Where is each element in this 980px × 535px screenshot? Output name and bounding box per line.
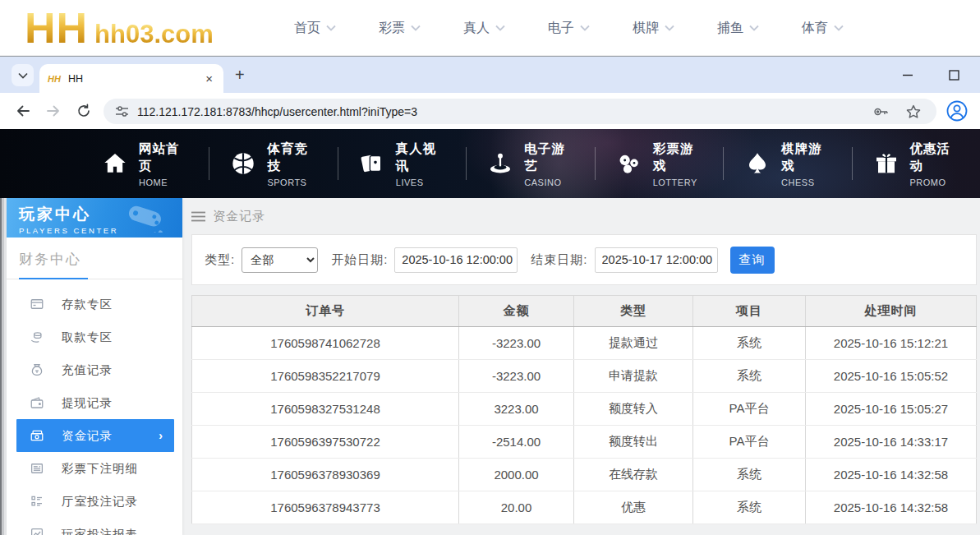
checklist-icon <box>30 494 44 509</box>
sidebar-item-lottery-bet-details[interactable]: 彩票下注明细 <box>7 452 182 485</box>
top-nav-sports[interactable]: 体育 <box>802 20 886 37</box>
site-header: HH hh03.com 首页 彩票 真人 电子 棋牌 捕鱼 体育 <box>0 0 980 56</box>
cell-project: 系统 <box>693 491 806 524</box>
end-date-input[interactable] <box>595 247 718 273</box>
top-nav-slots[interactable]: 电子 <box>548 20 633 37</box>
reload-button[interactable] <box>75 102 93 120</box>
cell-amount: -3223.00 <box>459 327 574 360</box>
col-amount: 金额 <box>459 296 574 327</box>
top-nav-label: 真人 <box>463 20 490 37</box>
col-order-number: 订单号 <box>192 296 459 327</box>
maximize-button[interactable] <box>942 63 965 86</box>
report-chart-icon <box>30 527 44 535</box>
sidebar-item-funds-records[interactable]: 资金记录 › <box>16 419 174 452</box>
game-nav-en: LOTTERY <box>653 178 702 187</box>
game-nav-en: HOME <box>139 178 187 187</box>
top-nav-live[interactable]: 真人 <box>463 20 548 37</box>
top-nav-label: 棋牌 <box>633 20 659 37</box>
game-nav: 网站首页HOME 体育竞技SPORTS 真人视讯LIVES 电子游艺CASINO… <box>0 129 980 198</box>
minimize-button[interactable] <box>896 63 919 86</box>
chevron-down-icon <box>18 72 28 79</box>
start-date-input[interactable] <box>394 247 518 273</box>
url-bar-actions <box>872 104 922 120</box>
game-nav-en: CHESS <box>781 178 830 187</box>
game-nav-zh: 彩票游戏 <box>653 141 702 175</box>
sidebar-item-player-bet-report[interactable]: 玩家投注报表 <box>7 518 182 535</box>
cell-project: PA平台 <box>693 426 806 459</box>
end-date-label: 结束日期: <box>531 252 587 268</box>
sidebar-item-withdrawal-records[interactable]: 提现记录 <box>7 386 182 419</box>
game-nav-promo[interactable]: 优惠活动PROMO <box>852 129 980 198</box>
sidebar-item-hall-bet-records[interactable]: 厅室投注记录 <box>7 485 182 518</box>
game-nav-chess[interactable]: 棋牌游戏CHESS <box>723 129 851 198</box>
sidebar: 玩家中心 PLAYERS CENTER 财务中心 存款专区 取款专区 <box>7 198 182 535</box>
game-nav-en: SPORTS <box>267 178 315 187</box>
top-nav-label: 捕鱼 <box>717 20 743 37</box>
breadcrumb-title: 资金记录 <box>213 209 265 224</box>
game-nav-lottery[interactable]: 彩票游戏LOTTERY <box>595 129 723 198</box>
tab-title: HH <box>68 73 203 85</box>
table-row: 1760598352217079 -3223.00 申请提款 系统 2025-1… <box>192 360 977 393</box>
tab-search-button[interactable] <box>12 64 34 86</box>
back-arrow-icon <box>16 104 30 118</box>
sidebar-item-recharge-records[interactable]: 充值记录 <box>7 353 182 386</box>
chevron-down-icon <box>834 25 844 31</box>
sports-ball-icon <box>230 150 256 177</box>
table-row: 1760596378930369 2000.00 在线存款 系统 2025-10… <box>192 459 977 491</box>
top-nav-home[interactable]: 首页 <box>294 20 379 37</box>
start-date-label: 开始日期: <box>331 252 388 268</box>
cell-amount: -2514.00 <box>459 426 574 459</box>
game-nav-sports[interactable]: 体育竞技SPORTS <box>209 129 337 198</box>
cell-amount: 20.00 <box>459 491 574 524</box>
site-logo[interactable]: HH hh03.com <box>25 7 214 49</box>
site-settings-tune-icon <box>115 104 129 118</box>
wallet-icon <box>30 395 44 410</box>
sidebar-item-label: 资金记录 <box>62 428 113 444</box>
cell-process-time: 2025-10-16 14:33:17 <box>806 426 977 459</box>
col-project: 项目 <box>693 296 806 327</box>
cell-order-number: 1760598352217079 <box>192 360 459 393</box>
hamburger-menu-icon[interactable] <box>191 211 205 222</box>
sidebar-item-label: 提现记录 <box>62 395 113 411</box>
cell-order-number: 1760598327531248 <box>192 393 459 426</box>
cell-project: 系统 <box>693 327 806 360</box>
new-tab-button[interactable]: + <box>235 67 245 83</box>
game-nav-home[interactable]: 网站首页HOME <box>81 129 209 198</box>
back-button[interactable] <box>14 102 32 120</box>
cell-process-time: 2025-10-16 15:05:52 <box>806 360 977 393</box>
sidebar-item-withdraw[interactable]: 取款专区 <box>7 321 182 353</box>
game-nav-lives[interactable]: 真人视讯LIVES <box>338 129 466 198</box>
url-bar[interactable]: 112.121.172.181:8783/hhcp/usercenter.htm… <box>104 99 936 124</box>
type-label: 类型: <box>205 252 235 268</box>
game-nav-casino[interactable]: 电子游艺CASINO <box>466 129 594 198</box>
type-select[interactable]: 全部 <box>242 247 318 273</box>
tab-close-icon[interactable]: × <box>203 71 215 85</box>
top-nav-fishing[interactable]: 捕鱼 <box>717 20 802 37</box>
sidebar-section-title: 财务中心 <box>19 251 81 267</box>
sidebar-item-label: 取款专区 <box>62 330 113 345</box>
deposit-card-icon <box>30 297 44 311</box>
top-nav-label: 电子 <box>548 20 574 37</box>
password-key-icon[interactable] <box>872 104 889 120</box>
gift-icon <box>873 150 899 177</box>
sidebar-item-label: 厅室投注记录 <box>62 494 138 510</box>
home-icon <box>102 150 128 177</box>
cell-type: 在线存款 <box>574 459 693 491</box>
breadcrumb: 资金记录 <box>191 198 977 234</box>
web-page: 网站首页HOME 体育竞技SPORTS 真人视讯LIVES 电子游艺CASINO… <box>0 129 980 535</box>
cell-amount: 2000.00 <box>459 459 574 491</box>
top-nav-chess[interactable]: 棋牌 <box>633 20 717 37</box>
sidebar-item-deposit[interactable]: 存款专区 <box>7 288 182 321</box>
forward-button[interactable] <box>44 102 62 120</box>
cell-process-time: 2025-10-16 14:32:58 <box>806 459 977 491</box>
browser-profile-button[interactable] <box>945 99 968 122</box>
browser-tab[interactable]: HH HH × <box>39 64 223 93</box>
search-button[interactable]: 查询 <box>730 247 775 274</box>
reload-icon <box>76 104 91 118</box>
cell-amount: -3223.00 <box>459 360 574 393</box>
cell-project: 系统 <box>693 459 806 491</box>
bookmark-star-icon[interactable] <box>905 104 922 120</box>
game-nav-zh: 体育竞技 <box>267 141 315 175</box>
roulette-icon <box>487 150 513 177</box>
top-nav-lottery[interactable]: 彩票 <box>379 20 463 37</box>
